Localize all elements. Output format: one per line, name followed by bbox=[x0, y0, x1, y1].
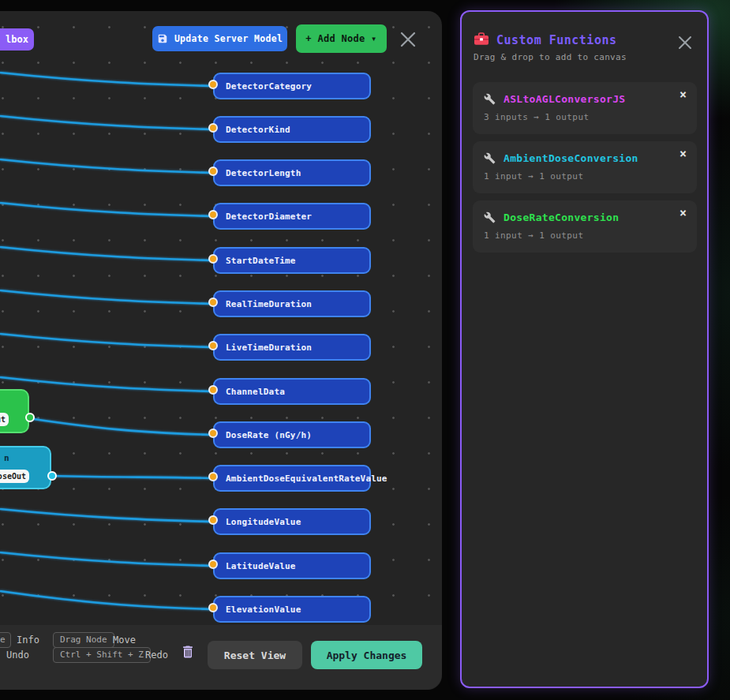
update-server-model-label: Update Server Model bbox=[174, 33, 283, 44]
wire bbox=[0, 334, 212, 347]
node-livetimeduration[interactable]: LiveTimeDuration bbox=[213, 334, 371, 361]
toolbox-button-label: lbox bbox=[6, 34, 28, 45]
node-editor-canvas[interactable]: DetectorCategoryDetectorKindDetectorLeng… bbox=[0, 11, 442, 690]
cyan-node-title-fragment: n bbox=[4, 453, 9, 463]
input-port[interactable] bbox=[208, 210, 218, 219]
custom-function-card[interactable]: DoseRateConversion×1 input → 1 output bbox=[473, 200, 697, 253]
node-label: LongitudeValue bbox=[226, 517, 301, 527]
cyan-output-port[interactable] bbox=[47, 471, 57, 481]
node-label: DetectorCategory bbox=[226, 81, 312, 92]
wire bbox=[28, 418, 212, 435]
redo-shortcut-label: Redo bbox=[145, 649, 168, 661]
input-port[interactable] bbox=[208, 560, 218, 569]
wire bbox=[0, 73, 212, 86]
node-detectordiameter[interactable]: DetectorDiameter bbox=[213, 203, 371, 230]
redo-key: Ctrl + Shift + Z bbox=[53, 647, 151, 663]
input-port[interactable] bbox=[208, 80, 218, 89]
wire bbox=[0, 159, 212, 173]
wrench-icon bbox=[484, 93, 496, 105]
node-detectorlength[interactable]: DetectorLength bbox=[213, 159, 371, 186]
panel-title: Custom Functions bbox=[496, 33, 617, 47]
node-partial-green[interactable]: eOut bbox=[0, 389, 29, 433]
function-name: ASLtoAGLConversorJS bbox=[504, 93, 625, 105]
remove-function-button[interactable]: × bbox=[679, 208, 687, 219]
node-latitudevalue[interactable]: LatitudeValue bbox=[213, 552, 371, 579]
close-icon[interactable] bbox=[396, 28, 420, 51]
input-port[interactable] bbox=[208, 167, 218, 176]
function-signature: 1 input → 1 output bbox=[484, 230, 687, 241]
custom-functions-panel: Custom Functions Drag & drop to add to c… bbox=[460, 10, 709, 688]
close-icon[interactable] bbox=[675, 32, 695, 53]
wrench-icon bbox=[484, 211, 496, 223]
input-port[interactable] bbox=[208, 254, 218, 264]
node-channeldata[interactable]: ChannelData bbox=[213, 378, 371, 405]
green-output-port-label: eOut bbox=[0, 413, 9, 426]
wrench-icon bbox=[484, 152, 496, 164]
node-ambientdoseequivalentratevalue[interactable]: AmbientDoseEquivalentRateValue bbox=[213, 465, 371, 492]
function-name: DoseRateConversion bbox=[504, 211, 619, 223]
node-label: ElevationValue bbox=[226, 605, 301, 615]
input-port[interactable] bbox=[208, 515, 218, 525]
node-label: StartDateTime bbox=[226, 256, 296, 266]
function-name: AmbientDoseConversion bbox=[504, 152, 638, 164]
move-shortcut-label: Move bbox=[113, 634, 136, 646]
wire bbox=[0, 203, 212, 216]
toolbox-button[interactable]: lbox bbox=[0, 28, 34, 51]
panel-subtitle: Drag & drop to add to canvas bbox=[474, 52, 627, 62]
wire bbox=[0, 552, 212, 566]
status-bar: e Info Drag Node Move Undo Ctrl + Shift … bbox=[0, 625, 442, 690]
function-signature: 3 inputs → 1 output bbox=[484, 112, 687, 122]
drag-node-key: Drag Node bbox=[53, 632, 114, 648]
wire bbox=[0, 377, 212, 391]
node-partial-cyan[interactable]: n ntDoseOut bbox=[0, 446, 51, 489]
add-node-button[interactable]: + Add Node ▾ bbox=[296, 24, 387, 53]
node-startdatetime[interactable]: StartDateTime bbox=[213, 247, 371, 274]
input-port[interactable] bbox=[208, 472, 218, 481]
node-label: LiveTimeDuration bbox=[226, 343, 312, 353]
cyan-output-port-label: ntDoseOut bbox=[0, 470, 29, 483]
update-server-model-button[interactable]: Update Server Model bbox=[152, 26, 287, 51]
function-signature: 1 input → 1 output bbox=[484, 171, 687, 182]
custom-function-card[interactable]: ASLtoAGLConversorJS×3 inputs → 1 output bbox=[473, 82, 697, 134]
input-port[interactable] bbox=[208, 385, 218, 395]
node-detectorkind[interactable]: DetectorKind bbox=[213, 116, 371, 143]
wire bbox=[0, 116, 212, 129]
input-port[interactable] bbox=[208, 123, 218, 133]
node-label: ChannelData bbox=[226, 387, 285, 397]
wire bbox=[0, 591, 212, 609]
wire bbox=[0, 247, 212, 260]
trash-icon[interactable] bbox=[180, 644, 196, 660]
undo-shortcut-label: Undo bbox=[6, 649, 29, 661]
node-elevationvalue[interactable]: ElevationValue bbox=[213, 596, 371, 623]
node-label: DetectorDiameter bbox=[226, 211, 312, 222]
node-longitudevalue[interactable]: LongitudeValue bbox=[213, 508, 371, 535]
info-shortcut-label: Info bbox=[17, 634, 39, 646]
green-output-port[interactable] bbox=[25, 413, 35, 422]
node-doserate-ngy-h[interactable]: DoseRate (nGy/h) bbox=[213, 421, 371, 448]
toolbox-icon bbox=[474, 32, 489, 46]
wire bbox=[51, 476, 212, 478]
node-label: RealTimeDuration bbox=[226, 299, 312, 309]
input-port[interactable] bbox=[208, 298, 218, 307]
add-node-label: + Add Node ▾ bbox=[305, 33, 376, 44]
node-label: DetectorKind bbox=[226, 125, 290, 135]
reset-view-button[interactable]: Reset View bbox=[208, 641, 302, 669]
node-label: AmbientDoseEquivalentRateValue bbox=[226, 474, 387, 484]
input-port[interactable] bbox=[208, 341, 218, 350]
reset-view-label: Reset View bbox=[224, 649, 286, 661]
node-detectorcategory[interactable]: DetectorCategory bbox=[213, 73, 371, 99]
shortcut-key-partial: e bbox=[0, 632, 11, 648]
apply-changes-button[interactable]: Apply Changes bbox=[311, 641, 422, 669]
remove-function-button[interactable]: × bbox=[679, 89, 687, 101]
wire bbox=[0, 509, 212, 522]
custom-function-card[interactable]: AmbientDoseConversion×1 input → 1 output bbox=[473, 141, 697, 193]
apply-changes-label: Apply Changes bbox=[327, 649, 407, 661]
input-port[interactable] bbox=[208, 603, 218, 612]
remove-function-button[interactable]: × bbox=[679, 148, 687, 160]
floppy-icon bbox=[157, 33, 168, 44]
input-port[interactable] bbox=[208, 429, 218, 438]
node-realtimeduration[interactable]: RealTimeDuration bbox=[213, 290, 371, 317]
node-label: DetectorLength bbox=[226, 168, 301, 178]
wire bbox=[0, 290, 212, 304]
node-label: DoseRate (nGy/h) bbox=[226, 430, 312, 440]
